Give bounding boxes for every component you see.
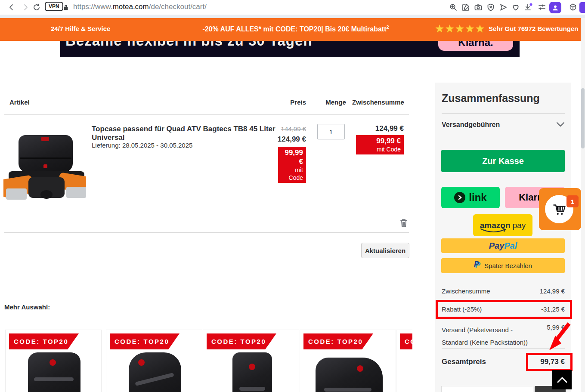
summary-subtotal-value: 124,99 € [522,287,565,295]
update-cart-button[interactable]: Aktualisieren [361,243,409,258]
shield-x-icon[interactable] [485,2,496,13]
url-path: /de/checkout/cart/ [149,3,207,11]
promo-bar: 24/7 Hilfe & Service -20% AUF ALLES* mit… [0,18,581,41]
back-icon[interactable] [6,2,17,13]
subtotal-code-value: 99,99 € [359,136,401,145]
pay-link-button[interactable]: link [441,187,500,208]
column-header-preis: Preis [275,99,306,106]
summary-subtotal-label: Zwischensumme [442,287,490,295]
checkout-button-label: Zur Kasse [482,156,524,166]
promo-offer-sup: 2 [386,25,389,30]
zoom-search-icon[interactable] [448,2,459,13]
cart-icon [551,201,567,217]
star-icon: ★ [435,23,444,34]
page: VPN https://www.motea.com/de/checkout/ca… [0,0,585,392]
subtotal-code-suffix: mit Code [359,145,401,153]
page-scrollbar-thumb[interactable] [581,88,585,148]
page-scrollbar-track[interactable] [581,18,585,392]
chevron-up-icon [557,377,568,383]
pay-later-button[interactable]: P P Später Bezahlen [441,258,565,273]
scroll-to-top-button[interactable] [552,370,572,389]
remove-item-trash-icon[interactable] [398,217,409,228]
camera-icon[interactable] [473,2,484,13]
amazon-pay-logo: amazonpay [480,221,526,230]
url-domain: motea.com [113,3,149,11]
code-ribbon: CODE: TOP20 [110,333,180,349]
url-prefix: https://www. [73,3,113,11]
subtotal-current: 124,99 € [352,124,404,133]
coupon-code-input[interactable] [441,386,533,392]
annotation-discount-box [436,300,572,319]
product-card[interactable]: CODE: TOP20 [203,330,299,392]
delivery-date: Lieferung: 28.05.2025 - 30.05.2025 [92,142,192,149]
rating-text: Sehr Gut 76972 Bewertungen [489,25,578,32]
pay-later-label: Später Bezahlen [484,262,532,269]
paypal-logo-pay: Pay [489,241,505,251]
code-ribbon: CODE: TOP20 [9,333,79,349]
more-products-heading: Mehr Auswahl: [4,303,50,311]
extension-cube-icon[interactable] [567,2,579,13]
promo-offer-text: -20% AUF ALLES* mit CODE: TOP20| Bis 20€… [202,25,386,33]
browser-toolbar: VPN https://www.motea.com/de/checkout/ca… [0,0,585,15]
profile-avatar-button[interactable] [549,2,561,13]
send-icon[interactable] [498,2,509,13]
summary-divider [442,113,565,114]
column-header-zwischensumme: Zwischensumme [352,99,404,106]
heart-icon[interactable] [510,2,521,13]
product-card[interactable]: CODE: TOP20 [106,330,202,392]
lock-icon[interactable] [60,2,71,13]
amazon-smile-icon [480,228,508,233]
paypal-logo-pal: Pal [504,241,517,251]
chevron-down-icon[interactable] [556,121,565,129]
cart-count-badge: 1 [566,195,579,207]
edit-icon[interactable] [460,2,471,13]
promo-center-text: -20% AUF ALLES* mit CODE: TOP20| Bis 20€… [199,25,393,33]
product-card-image [232,352,272,392]
more-products-row: CODE: TOP20 CODE: TOP20 CODE: TOP20 CODE… [4,330,412,392]
paypal-p-icon: P P [474,262,481,270]
amazon-pay-word: pay [513,221,526,230]
column-header-menge: Menge [321,99,351,106]
vpn-label: VPN [49,3,59,9]
pay-paypal-button[interactable]: PayPal [441,238,565,253]
star-icon: ★ [455,23,464,34]
checkout-button[interactable]: Zur Kasse [441,150,565,172]
cart-row-divider [4,232,409,233]
product-card-image [129,352,181,392]
price-code-value: 99,99 € [281,148,303,166]
code-ribbon: CODE: TOP20 [207,333,276,349]
settings-sliders-icon[interactable] [536,2,548,13]
toolbar-bottom-strip [0,15,585,18]
product-card[interactable]: CODE: TOP20 [300,330,396,392]
product-card[interactable]: CODE: TOP20 [396,330,412,392]
price-old: 144,99 € [241,125,306,133]
promo-rating: ★ ★ ★ ★ ★ Sehr Gut 76972 Bewertungen [435,23,579,34]
star-icon: ★ [475,23,485,34]
summary-title: Zusammenfassung [442,92,540,105]
cart-widget[interactable]: 1 [539,188,581,230]
subtotal-code-box: 99,99 € mit Code [356,135,404,154]
reload-icon[interactable] [31,2,42,13]
link-label: link [469,191,486,204]
code-ribbon: CODE: TOP20 [303,333,373,349]
column-header-artikel: Artikel [9,99,30,106]
shipping-toggle-label[interactable]: Versandgebühren [442,121,500,129]
product-card[interactable]: CODE: TOP20 [5,330,102,392]
total-label: Gesamtpreis [442,358,486,366]
promo-left-text: 24/7 Hilfe & Service [51,25,110,32]
product-image[interactable] [3,126,86,202]
url-bar[interactable]: https://www.motea.com/de/checkout/cart/ [73,3,207,11]
code-ribbon: CODE: TOP20 [400,333,412,349]
product-card-image [316,358,383,392]
extension-clipped-icon[interactable] [579,2,585,13]
price-code-suffix: mit Code [281,166,303,182]
quantity-input[interactable] [317,124,345,139]
pay-amazon-button[interactable]: amazonpay [473,214,532,236]
download-icon[interactable] [523,2,534,13]
price-current: 124,99 € [241,135,306,144]
star-icon: ★ [465,23,474,34]
table-header-divider [4,114,409,115]
product-card-image [28,352,80,392]
forward-icon[interactable] [20,2,31,13]
annotation-total-box [526,353,573,371]
